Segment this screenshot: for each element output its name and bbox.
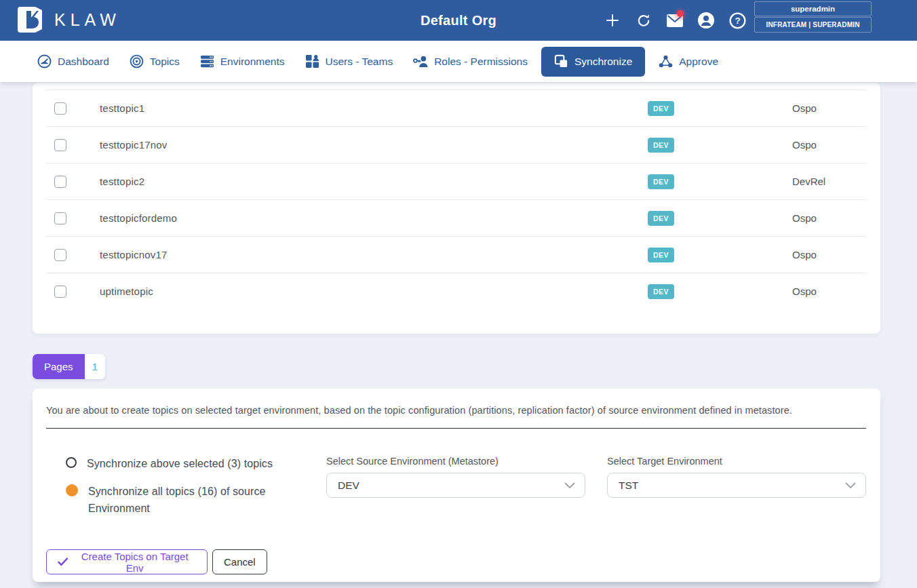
env-badge: DEV bbox=[648, 248, 674, 262]
team-name: DevRel bbox=[792, 176, 825, 187]
row-checkbox[interactable] bbox=[54, 139, 66, 151]
source-environment-label: Select Source Environment (Metastore) bbox=[326, 456, 585, 467]
top-header: KLAW Default Org ? superadmin INFRATEAM … bbox=[0, 0, 917, 41]
brand-name: KLAW bbox=[54, 10, 121, 30]
radio-selected-icon[interactable] bbox=[66, 484, 78, 496]
chevron-down-icon bbox=[564, 482, 575, 489]
nav-synchronize[interactable]: Synchronize bbox=[541, 47, 645, 77]
env-badge: DEV bbox=[648, 138, 674, 153]
synchronize-icon bbox=[554, 54, 568, 68]
nav-label: Dashboard bbox=[58, 56, 109, 68]
klaw-logo-icon bbox=[18, 5, 45, 34]
chevron-down-icon bbox=[845, 482, 856, 489]
mail-notifications-icon[interactable] bbox=[666, 12, 684, 29]
radio-label: Synchronize above selected (3) topics bbox=[87, 455, 273, 472]
divider bbox=[46, 428, 866, 429]
table-row[interactable]: testtopic2 DEV DevRel bbox=[46, 163, 867, 199]
notification-badge bbox=[677, 10, 684, 17]
klaw-logo[interactable]: KLAW bbox=[18, 5, 121, 34]
team-name: Ospo bbox=[792, 286, 817, 297]
nav-label: Synchronize bbox=[574, 56, 632, 68]
cancel-label: Cancel bbox=[224, 556, 256, 568]
users-teams-icon bbox=[305, 54, 319, 68]
nav-users-teams[interactable]: Users - Teams bbox=[295, 47, 404, 77]
target-environment-label: Select Target Environment bbox=[607, 456, 866, 467]
dashboard-icon bbox=[37, 54, 52, 68]
source-environment-group: Select Source Environment (Metastore) DE… bbox=[326, 456, 585, 498]
target-environment-select[interactable]: TST bbox=[607, 473, 866, 498]
user-box[interactable]: superadmin INFRATEAM | SUPERADMIN bbox=[754, 1, 872, 33]
env-badge: DEV bbox=[648, 284, 674, 299]
radio-unselected-icon[interactable] bbox=[66, 457, 77, 468]
nav-label: Topics bbox=[150, 56, 180, 68]
environments-icon bbox=[200, 54, 214, 68]
radio-label: Synchronize all topics (16) of source En… bbox=[88, 483, 296, 517]
team-name: Ospo bbox=[792, 249, 817, 260]
topics-table-card: testtopic1 DEV Ospo testtopic17nov DEV O… bbox=[33, 83, 880, 334]
action-buttons: Create Topics on Target Env Cancel bbox=[46, 549, 267, 574]
topic-name: uptimetopic bbox=[100, 286, 153, 297]
radio-sync-selected-topics[interactable]: Synchronize above selected (3) topics bbox=[66, 455, 273, 472]
add-icon[interactable] bbox=[604, 12, 621, 29]
env-badge: DEV bbox=[648, 211, 674, 226]
team-name: Ospo bbox=[792, 212, 817, 224]
synchronize-panel: You are about to create topics on select… bbox=[33, 389, 880, 582]
nav-label: Roles - Permissions bbox=[434, 56, 528, 68]
approve-icon bbox=[659, 54, 673, 68]
env-badge: DEV bbox=[648, 101, 674, 116]
nav-label: Approve bbox=[679, 56, 718, 68]
nav-label: Environments bbox=[220, 56, 285, 68]
source-environment-value: DEV bbox=[338, 479, 359, 492]
svg-text:?: ? bbox=[735, 16, 740, 26]
team-name: Ospo bbox=[792, 139, 817, 151]
topic-name: testtopic17nov bbox=[100, 139, 168, 151]
topic-name: testtopic1 bbox=[100, 102, 144, 114]
row-checkbox[interactable] bbox=[54, 286, 66, 298]
radio-sync-all-topics[interactable]: Synchronize all topics (16) of source En… bbox=[66, 483, 296, 517]
table-row[interactable]: testtopic17nov DEV Ospo bbox=[46, 126, 867, 163]
pagination: Pages 1 bbox=[33, 354, 105, 379]
roles-permissions-icon bbox=[413, 54, 428, 68]
topics-icon bbox=[130, 54, 144, 68]
nav-dashboard[interactable]: Dashboard bbox=[27, 47, 119, 77]
row-checkbox[interactable] bbox=[54, 212, 66, 224]
topics-table: testtopic1 DEV Ospo testtopic17nov DEV O… bbox=[33, 83, 880, 309]
refresh-icon[interactable] bbox=[635, 12, 652, 29]
header-icon-bar: ? bbox=[604, 0, 746, 41]
sync-description: You are about to create topics on select… bbox=[46, 405, 867, 416]
create-topics-label: Create Topics on Target Env bbox=[73, 551, 196, 574]
table-row[interactable]: testtopicfordemo DEV Ospo bbox=[46, 199, 867, 236]
topic-name: testtopicnov17 bbox=[100, 249, 168, 260]
user-profile-icon[interactable] bbox=[697, 12, 715, 29]
pages-label: Pages bbox=[33, 354, 85, 379]
main-nav: Dashboard Topics Environments Users - Te… bbox=[0, 41, 917, 82]
help-icon[interactable]: ? bbox=[728, 12, 746, 29]
table-row[interactable]: testtopic1 DEV Ospo bbox=[46, 90, 867, 126]
username: superadmin bbox=[754, 1, 872, 16]
nav-label: Users - Teams bbox=[326, 56, 393, 68]
create-topics-button[interactable]: Create Topics on Target Env bbox=[46, 549, 208, 574]
nav-topics[interactable]: Topics bbox=[119, 47, 190, 77]
table-row[interactable]: testtopicnov17 DEV Ospo bbox=[46, 236, 867, 273]
row-checkbox[interactable] bbox=[54, 102, 66, 115]
topic-name: testtopic2 bbox=[100, 176, 144, 187]
team-role: INFRATEAM | SUPERADMIN bbox=[754, 17, 872, 33]
nav-environments[interactable]: Environments bbox=[190, 47, 295, 77]
check-icon bbox=[58, 557, 68, 566]
target-environment-value: TST bbox=[619, 479, 638, 492]
page-button-1[interactable]: 1 bbox=[85, 354, 105, 379]
row-checkbox[interactable] bbox=[54, 249, 66, 261]
target-environment-group: Select Target Environment TST bbox=[607, 456, 866, 498]
table-row[interactable]: uptimetopic DEV Ospo bbox=[46, 273, 867, 309]
topic-name: testtopicfordemo bbox=[100, 212, 177, 224]
nav-roles-permissions[interactable]: Roles - Permissions bbox=[403, 47, 538, 77]
row-checkbox[interactable] bbox=[54, 176, 66, 188]
nav-approve[interactable]: Approve bbox=[648, 47, 728, 77]
source-environment-select[interactable]: DEV bbox=[326, 473, 585, 498]
team-name: Ospo bbox=[792, 102, 817, 114]
env-badge: DEV bbox=[648, 174, 674, 189]
cancel-button[interactable]: Cancel bbox=[212, 549, 267, 574]
